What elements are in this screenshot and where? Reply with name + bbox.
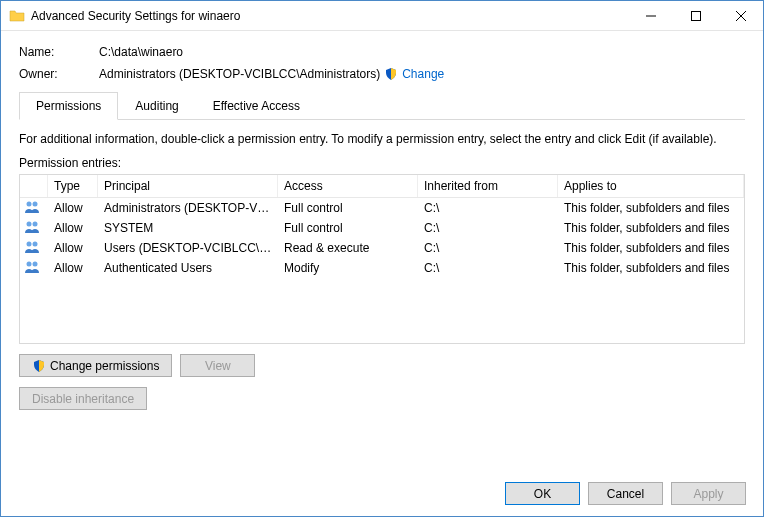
disable-inheritance-button[interactable]: Disable inheritance — [19, 387, 147, 410]
close-button[interactable] — [718, 1, 763, 30]
change-permissions-label: Change permissions — [50, 359, 159, 373]
cell-type: Allow — [48, 217, 98, 239]
name-row: Name: C:\data\winaero — [19, 45, 745, 59]
cell-principal: SYSTEM — [98, 217, 278, 239]
svg-point-4 — [33, 221, 38, 226]
people-icon — [20, 238, 48, 259]
cell-type: Allow — [48, 257, 98, 279]
tab-effective-access[interactable]: Effective Access — [196, 92, 317, 120]
info-text: For additional information, double-click… — [19, 132, 745, 146]
svg-rect-0 — [691, 11, 700, 20]
shield-icon — [32, 359, 46, 373]
cell-access: Full control — [278, 217, 418, 239]
col-access[interactable]: Access — [278, 175, 418, 197]
minimize-button[interactable] — [628, 1, 673, 30]
owner-row: Owner: Administrators (DESKTOP-VCIBLCC\A… — [19, 67, 745, 81]
cell-applies: This folder, subfolders and files — [558, 257, 744, 279]
cell-inherited: C:\ — [418, 257, 558, 279]
apply-button[interactable]: Apply — [671, 482, 746, 505]
cell-type: Allow — [48, 197, 98, 219]
table-row[interactable]: AllowUsers (DESKTOP-VCIBLCC\Us...Read & … — [20, 238, 744, 258]
shield-icon — [384, 67, 398, 81]
dialog-buttons: OK Cancel Apply — [505, 482, 746, 505]
permission-entries-grid[interactable]: Type Principal Access Inherited from App… — [19, 174, 745, 344]
cell-applies: This folder, subfolders and files — [558, 217, 744, 239]
people-icon — [20, 198, 48, 219]
cell-principal: Users (DESKTOP-VCIBLCC\Us... — [98, 237, 278, 259]
tab-strip: Permissions Auditing Effective Access — [19, 91, 745, 120]
view-button[interactable]: View — [180, 354, 255, 377]
window-title: Advanced Security Settings for winaero — [31, 9, 628, 23]
change-owner-link[interactable]: Change — [402, 67, 444, 81]
tab-permissions[interactable]: Permissions — [19, 92, 118, 120]
titlebar: Advanced Security Settings for winaero — [1, 1, 763, 31]
ok-button[interactable]: OK — [505, 482, 580, 505]
cell-applies: This folder, subfolders and files — [558, 237, 744, 259]
col-icon[interactable] — [20, 175, 48, 197]
people-icon — [20, 258, 48, 279]
people-icon — [20, 218, 48, 239]
svg-point-5 — [27, 241, 32, 246]
cell-access: Modify — [278, 257, 418, 279]
col-type[interactable]: Type — [48, 175, 98, 197]
cell-inherited: C:\ — [418, 197, 558, 219]
cell-access: Full control — [278, 197, 418, 219]
cell-access: Read & execute — [278, 237, 418, 259]
col-inherited[interactable]: Inherited from — [418, 175, 558, 197]
svg-point-1 — [27, 201, 32, 206]
cell-principal: Authenticated Users — [98, 257, 278, 279]
table-row[interactable]: AllowAdministrators (DESKTOP-VCI...Full … — [20, 198, 744, 218]
maximize-button[interactable] — [673, 1, 718, 30]
svg-point-2 — [33, 201, 38, 206]
name-label: Name: — [19, 45, 99, 59]
table-row[interactable]: AllowSYSTEMFull controlC:\This folder, s… — [20, 218, 744, 238]
cell-inherited: C:\ — [418, 237, 558, 259]
col-applies[interactable]: Applies to — [558, 175, 744, 197]
tab-auditing[interactable]: Auditing — [118, 92, 195, 120]
window-controls — [628, 1, 763, 30]
col-principal[interactable]: Principal — [98, 175, 278, 197]
entries-label: Permission entries: — [19, 156, 745, 170]
folder-icon — [9, 8, 25, 24]
cell-inherited: C:\ — [418, 217, 558, 239]
svg-point-3 — [27, 221, 32, 226]
table-row[interactable]: AllowAuthenticated UsersModifyC:\This fo… — [20, 258, 744, 278]
cell-type: Allow — [48, 237, 98, 259]
cell-applies: This folder, subfolders and files — [558, 197, 744, 219]
cancel-button[interactable]: Cancel — [588, 482, 663, 505]
name-value: C:\data\winaero — [99, 45, 745, 59]
grid-header: Type Principal Access Inherited from App… — [20, 175, 744, 198]
content-area: Name: C:\data\winaero Owner: Administrat… — [1, 31, 763, 410]
svg-point-8 — [33, 261, 38, 266]
cell-principal: Administrators (DESKTOP-VCI... — [98, 197, 278, 219]
svg-point-6 — [33, 241, 38, 246]
svg-point-7 — [27, 261, 32, 266]
owner-value: Administrators (DESKTOP-VCIBLCC\Administ… — [99, 67, 380, 81]
owner-label: Owner: — [19, 67, 99, 81]
change-permissions-button[interactable]: Change permissions — [19, 354, 172, 377]
